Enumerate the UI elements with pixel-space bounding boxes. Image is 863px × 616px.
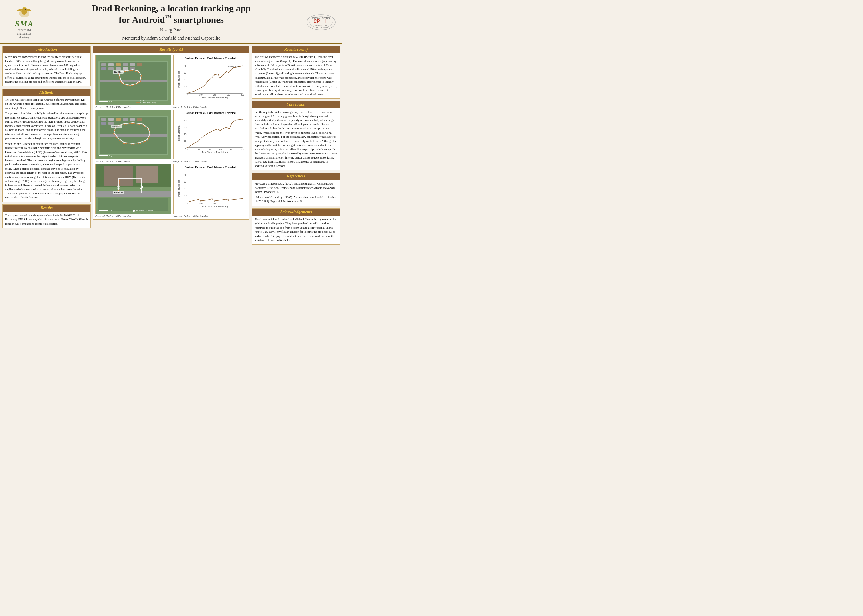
svg-rect-62 <box>99 210 107 211</box>
methods-body: The app was developed using the Android … <box>3 96 90 202</box>
map-1-caption: Picture 1: Walk 1 – 450 m traveled <box>95 105 171 108</box>
methods-para-3: When the app is started, it determines t… <box>5 142 88 200</box>
methods-heading: Methods <box>3 89 90 96</box>
svg-rect-21 <box>101 67 106 70</box>
svg-point-2 <box>25 9 26 10</box>
svg-text:Total Distance Traveled (m): Total Distance Traveled (m) <box>202 97 228 99</box>
svg-point-119 <box>231 124 232 125</box>
references-section: References Freescale Semiconductor. (201… <box>252 173 340 206</box>
svg-point-120 <box>242 119 243 120</box>
svg-text:100: 100 <box>197 148 200 150</box>
graph-3-container: Position Error vs. Total Distance Travel… <box>173 164 247 217</box>
svg-text:Start/End: Start/End <box>112 126 121 127</box>
svg-text:5 m: 5 m <box>109 210 112 212</box>
header-center: Dead Reckoning, a location tracking appf… <box>43 3 300 41</box>
svg-rect-23 <box>116 67 121 70</box>
mentor-names: Mentored by Adam Schofield and Michael C… <box>43 35 300 41</box>
svg-text:100: 100 <box>200 94 203 96</box>
svg-text:30: 30 <box>184 181 186 183</box>
svg-text:20: 20 <box>184 188 186 190</box>
conclusion-body: For the app to be viable in navigation, … <box>252 108 340 170</box>
svg-point-141 <box>187 202 187 203</box>
svg-rect-54 <box>135 166 158 183</box>
svg-point-138 <box>200 200 202 201</box>
cpi-logo-icon: POCSOM · CERDEC CP I COMMAND, POWER & IN… <box>306 14 337 31</box>
svg-point-88 <box>201 88 202 88</box>
cpi-logo-block: POCSOM · CERDEC CP I COMMAND, POWER & IN… <box>300 14 337 31</box>
svg-rect-14 <box>100 80 167 82</box>
svg-rect-45 <box>101 122 106 125</box>
map-2-image: Start/End 5 m <box>95 110 171 159</box>
svg-rect-24 <box>123 67 128 70</box>
reference-1: Freescale Semiconductor. (2012). Impleme… <box>255 182 337 194</box>
svg-point-118 <box>220 130 220 131</box>
svg-rect-20 <box>137 63 142 66</box>
svg-text:0: 0 <box>185 93 186 95</box>
svg-point-115 <box>187 148 187 148</box>
svg-point-94 <box>242 66 243 66</box>
acknowledgements-heading: Acknowledgements <box>252 209 340 215</box>
svg-rect-38 <box>100 134 167 137</box>
graph-2-caption: Graph 2: Walk 2 – 550 m traveled <box>173 160 247 163</box>
svg-rect-49 <box>99 156 107 156</box>
reference-2: University of Cambridge. (2007). An intr… <box>255 196 337 204</box>
svg-rect-84 <box>224 66 227 66</box>
svg-point-139 <box>214 200 216 201</box>
map-2-svg: Start/End 5 m <box>96 110 171 159</box>
map-2-container: Start/End 5 m Picture 2: Walk 2 – 550 m … <box>95 110 171 163</box>
svg-text:200: 200 <box>208 148 211 150</box>
results-section: Results The app was tested outside again… <box>2 204 91 228</box>
svg-text:5 m: 5 m <box>109 101 112 103</box>
results-cont-center-heading: Results (cont.) <box>93 46 249 53</box>
results-cont-center-section: Results (cont.) <box>93 46 249 220</box>
svg-text:0: 0 <box>187 203 188 205</box>
graph-3-box: Position Error vs. Total Distance Travel… <box>173 164 247 214</box>
svg-text:500: 500 <box>241 148 244 150</box>
svg-text:CP: CP <box>313 19 320 24</box>
svg-text:10: 10 <box>184 195 186 196</box>
results-heading: Results <box>3 205 90 212</box>
results-cont-right-heading: Results (cont.) <box>252 46 340 53</box>
svg-text:200: 200 <box>213 203 216 205</box>
svg-point-145 <box>242 198 243 199</box>
svg-text:200: 200 <box>213 94 216 96</box>
sma-full-name: Science andMathematicsAcademy <box>17 28 31 40</box>
svg-text:• Dead Reckoning: • Dead Reckoning <box>140 102 156 104</box>
results-cont-right-body: The first walk covered a distance of 450… <box>252 53 340 98</box>
introduction-body: Many modern conveniences rely on the abi… <box>3 53 90 86</box>
center-column: Results (cont.) <box>93 46 249 245</box>
svg-rect-41 <box>116 118 121 121</box>
svg-text:& INTEGRATION: & INTEGRATION <box>315 27 328 28</box>
svg-point-143 <box>211 198 212 200</box>
acknowledgements-section: Acknowledgements Thank you to Adam Schof… <box>252 209 340 245</box>
sma-bird-icon <box>16 5 33 19</box>
graph-3-title: Position Error vs. Total Distance Travel… <box>175 166 246 169</box>
graph-2-container: Position Error vs. Total Distance Travel… <box>173 110 247 163</box>
svg-rect-44 <box>137 118 142 121</box>
svg-text:100: 100 <box>200 203 203 205</box>
references-body: Freescale Semiconductor. (2012). Impleme… <box>252 180 340 206</box>
introduction-heading: Introduction <box>3 46 90 53</box>
map-3-container: Start/End 5 m ⬤ Recalibration Points Pic… <box>95 164 171 217</box>
svg-point-89 <box>208 81 208 82</box>
svg-text:30: 30 <box>184 126 186 128</box>
svg-text:• GPS: • GPS <box>140 99 146 101</box>
author-name: Nisarg Patel <box>43 27 300 33</box>
svg-text:0: 0 <box>187 94 188 96</box>
svg-point-93 <box>233 67 234 68</box>
graph-1-container: Position Error vs. Total Distance Travel… <box>173 55 247 108</box>
page-title: Dead Reckoning, a location tracking appf… <box>43 3 300 25</box>
map-1-container: Start/End 5 m • GPS • Dead Reckoning <box>95 55 171 108</box>
methods-section: Methods The app was developed using the … <box>2 89 91 202</box>
svg-point-87 <box>194 91 194 91</box>
svg-text:Total Distance Traveled (m): Total Distance Traveled (m) <box>202 151 228 154</box>
svg-rect-57 <box>96 191 171 197</box>
svg-rect-19 <box>130 63 135 66</box>
svg-rect-43 <box>130 118 135 121</box>
svg-point-1 <box>21 8 27 14</box>
graph-2-box: Position Error vs. Total Distance Travel… <box>173 110 247 159</box>
svg-point-117 <box>209 132 210 133</box>
svg-rect-30 <box>135 99 140 101</box>
svg-text:Start/End: Start/End <box>114 192 123 194</box>
graph-2-title: Position Error vs. Total Distance Travel… <box>175 111 246 115</box>
